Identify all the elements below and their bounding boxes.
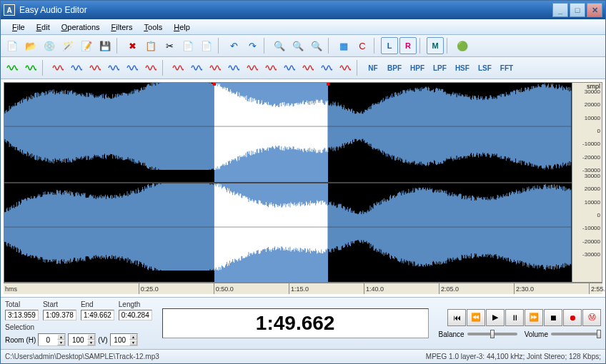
ruler-label: -10000: [582, 141, 600, 147]
end-value: 1:49.662: [81, 310, 114, 320]
help-icon[interactable]: 🟢: [454, 37, 471, 54]
zoom-fit-icon[interactable]: 🔍: [308, 37, 325, 54]
toolbar-effects: NFBPFHPFLPFHSFLSFFFT: [1, 57, 605, 79]
right-channel-icon[interactable]: R: [399, 37, 417, 54]
filter-hsf-button[interactable]: HSF: [452, 60, 473, 76]
balance-label: Balance: [439, 330, 465, 338]
menu-tools[interactable]: Tools: [139, 21, 169, 34]
transport-marker-button[interactable]: Ⓜ: [582, 309, 601, 326]
open-file-icon[interactable]: 📂: [22, 37, 39, 54]
close-button[interactable]: ✕: [587, 3, 602, 17]
timeline-ruler[interactable]: hms 0:25.00:50.01:15.01:40.02:05.02:30.0…: [4, 283, 602, 294]
copy-icon[interactable]: 📋: [142, 37, 159, 54]
room-h-label: Room (H): [5, 336, 36, 344]
bottom-panel: Total Start End Length 3:13.959 1:09.378…: [1, 297, 605, 349]
menu-edit[interactable]: Edit: [31, 21, 56, 34]
c-icon[interactable]: C: [354, 37, 371, 54]
wave-blue-icon[interactable]: [68, 59, 85, 76]
room-v-spinner[interactable]: ▴▾: [110, 333, 138, 346]
transport-rewind-button[interactable]: ⏪: [467, 309, 485, 326]
transport-pause-button[interactable]: ⏸: [505, 309, 524, 326]
effect8-icon[interactable]: [299, 59, 317, 76]
redo-icon[interactable]: ↷: [244, 37, 261, 54]
filter-fft-button[interactable]: FFT: [497, 60, 517, 76]
ruler-label: -20000: [582, 154, 600, 161]
edit-icon[interactable]: 📝: [78, 37, 95, 54]
wave-red-icon[interactable]: [49, 59, 66, 76]
room-v-label: (V): [98, 336, 107, 344]
ruler-label: 10000: [585, 115, 600, 121]
app-icon: A: [4, 4, 15, 16]
transport-controls: ⏮⏪▶⏸⏩⏹⏺Ⓜ: [447, 309, 601, 326]
transport-skip-start-button[interactable]: ⏮: [447, 309, 466, 326]
minimize-button[interactable]: _: [552, 3, 568, 17]
effect10-icon[interactable]: [337, 59, 354, 76]
start-label: Start: [43, 300, 76, 308]
transport-record-button[interactable]: ⏺: [563, 309, 582, 326]
transport-play-button[interactable]: ▶: [486, 309, 505, 326]
wizard-icon[interactable]: 🪄: [59, 37, 76, 54]
transport-fast-forward-button[interactable]: ⏩: [525, 309, 543, 326]
menu-operations[interactable]: Operations: [56, 21, 106, 34]
delete-icon[interactable]: ✖: [124, 37, 141, 54]
zoom-out-icon[interactable]: 🔍: [289, 37, 307, 54]
cut-icon[interactable]: ✂: [161, 37, 178, 54]
ruler-label: 10000: [585, 199, 600, 206]
trim-add-icon[interactable]: [22, 59, 39, 76]
volume-label: Volume: [525, 330, 548, 338]
shift-left-icon[interactable]: [142, 59, 159, 76]
volume-slider[interactable]: [551, 333, 601, 335]
filter-hpf-button[interactable]: HPF: [407, 60, 428, 76]
fade-in-icon[interactable]: [86, 59, 104, 76]
filter-bpf-button[interactable]: BPF: [384, 60, 405, 76]
undo-icon[interactable]: ↶: [225, 37, 242, 54]
length-label: Length: [119, 300, 152, 308]
waveform-display[interactable]: smpl 3000020000100000-10000-20000-300003…: [4, 82, 602, 283]
ruler-label: 30000: [585, 89, 600, 95]
filter-lpf-button[interactable]: LPF: [429, 60, 450, 76]
transport-stop-button[interactable]: ⏹: [544, 309, 562, 326]
effect3-icon[interactable]: [207, 59, 224, 76]
timecode-display: 1:49.662: [162, 308, 429, 338]
menu-file[interactable]: File: [6, 21, 31, 34]
balance-slider[interactable]: [467, 333, 517, 335]
effect5-icon[interactable]: [244, 59, 261, 76]
effect6-icon[interactable]: [262, 59, 279, 76]
fade-out-icon[interactable]: [105, 59, 122, 76]
waveform-channel-right[interactable]: [4, 183, 572, 283]
effect1-icon[interactable]: [169, 59, 187, 76]
new-file-icon[interactable]: 📄: [4, 37, 21, 54]
total-value: 3:13.959: [5, 310, 39, 320]
maximize-button[interactable]: □: [570, 3, 585, 17]
left-channel-icon[interactable]: L: [381, 37, 398, 54]
timeline-unit-label: hms: [5, 285, 17, 293]
echo-icon[interactable]: [225, 59, 242, 76]
zoom-in-icon[interactable]: 🔍: [271, 37, 288, 54]
cd-icon[interactable]: 💿: [41, 37, 58, 54]
ruler-label: 20000: [585, 101, 600, 108]
paste-icon[interactable]: 📄: [179, 37, 197, 54]
trim-start-icon[interactable]: [4, 59, 21, 76]
menu-help[interactable]: Help: [168, 21, 196, 34]
filter-nf-button[interactable]: NF: [364, 60, 382, 76]
selection-info-grid: Total Start End Length 3:13.959 1:09.378…: [5, 300, 152, 331]
effect9-icon[interactable]: [318, 59, 335, 76]
ruler-label: 30000: [585, 173, 600, 179]
waveform-channel-left[interactable]: [4, 83, 572, 182]
shift-right-icon[interactable]: [124, 59, 141, 76]
timeline-tick: 1:15.0: [289, 283, 309, 294]
total-label: Total: [5, 300, 39, 308]
effect7-icon[interactable]: [281, 59, 298, 76]
m-icon[interactable]: M: [427, 37, 444, 54]
room-h1-spinner[interactable]: ▴▾: [38, 333, 66, 346]
ruler-label: 20000: [585, 186, 600, 192]
menu-filters[interactable]: Filters: [106, 21, 139, 34]
effect2-icon[interactable]: [188, 59, 205, 76]
save-icon[interactable]: 💾: [96, 37, 114, 54]
window-title: Easy Audio Editor: [19, 5, 551, 15]
eq-icon[interactable]: ▦: [335, 37, 352, 54]
paste-new-icon[interactable]: 📄: [198, 37, 215, 54]
filter-lsf-button[interactable]: LSF: [475, 60, 495, 76]
menubar: FileEditOperationsFiltersToolsHelp: [1, 19, 605, 35]
room-h2-spinner[interactable]: ▴▾: [68, 333, 96, 346]
